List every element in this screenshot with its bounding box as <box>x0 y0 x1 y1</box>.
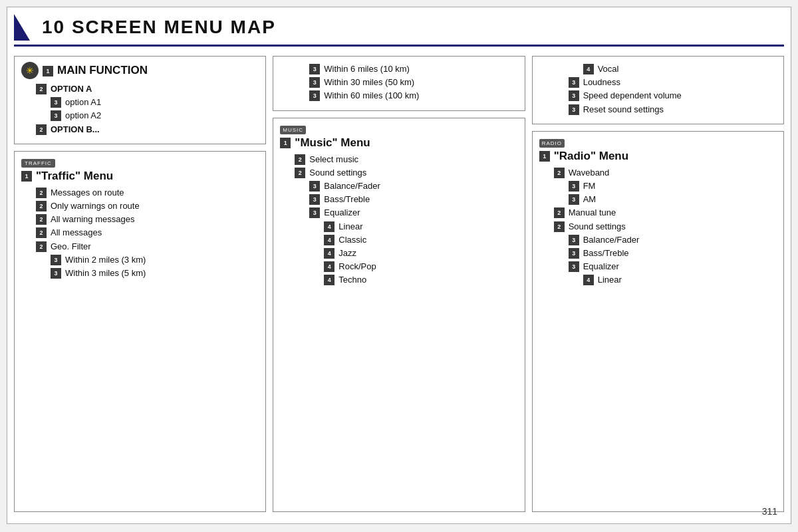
list-item: 3 FM <box>539 180 777 192</box>
header-slash-decoration <box>14 14 30 41</box>
list-item: 2 OPTION B... <box>21 124 259 136</box>
list-item: 4 Classic <box>280 234 517 246</box>
traffic-title-row: 1 "Traffic" Menu <box>21 170 259 183</box>
page: 10 SCREEN MENU MAP ✳ 1 MAIN FUNCTION 2 O… <box>7 7 791 524</box>
level-badge: 4 <box>324 235 334 245</box>
radio-icon: RADIO <box>539 139 565 148</box>
list-item: 3 Reset sound settings <box>539 104 777 116</box>
item-text: Balance/Fader <box>583 234 640 246</box>
item-text: Vocal <box>598 63 619 75</box>
column-2: 3 Within 6 miles (10 km) 3 Within 30 mil… <box>273 56 525 512</box>
traffic-icon-badge: TRAFFIC <box>21 157 55 167</box>
music-icon-badge: MUSIC <box>280 124 306 134</box>
level-badge: 3 <box>569 181 579 192</box>
level-badge-2: 2 <box>36 84 47 94</box>
item-text: option A2 <box>65 110 101 122</box>
level-badge-radio-1: 1 <box>539 151 550 162</box>
level-badge: 2 <box>295 154 305 165</box>
level-badge: 3 <box>309 77 320 88</box>
list-item: 3 Within 2 miles (3 km) <box>21 254 259 266</box>
page-title: 10 SCREEN MENU MAP <box>35 17 276 38</box>
list-item: 4 Techno <box>280 274 517 286</box>
traffic-icon: TRAFFIC <box>21 159 55 168</box>
list-item: 2 Select music <box>280 154 517 166</box>
music-title-row: 1 "Music" Menu <box>280 136 517 150</box>
item-text: Reset sound settings <box>583 104 664 116</box>
item-text: Within 30 miles (50 km) <box>324 76 414 88</box>
music-menu-box: MUSIC 1 "Music" Menu 2 Select music 2 So… <box>273 118 525 512</box>
list-item: 2 Sound settings <box>280 167 517 179</box>
page-number: 311 <box>762 506 777 517</box>
list-item: 2 Only warnings on route <box>21 200 259 212</box>
level-badge-traffic-1: 1 <box>21 171 32 182</box>
item-text: AM <box>583 194 597 205</box>
item-text: Sound settings <box>569 221 626 233</box>
level-badge: 3 <box>569 261 579 272</box>
radio-title-row: 1 "Radio" Menu <box>539 150 777 163</box>
list-item: 3 Loudness <box>539 76 777 88</box>
level-badge: 3 <box>569 194 579 205</box>
main-function-box: ✳ 1 MAIN FUNCTION 2 OPTION A 3 option A1… <box>14 56 266 144</box>
item-text: Equalizer <box>324 207 360 219</box>
level-badge: 3 <box>569 90 579 101</box>
item-text: Within 2 miles (3 km) <box>65 254 146 266</box>
list-item: 4 Jazz <box>280 247 517 259</box>
item-text: OPTION B... <box>51 124 100 136</box>
level-badge-music-1: 1 <box>280 138 291 148</box>
level-badge: 3 <box>569 104 579 115</box>
level-badge: 3 <box>51 255 61 265</box>
list-item: 2 Messages on route <box>21 187 259 199</box>
item-text: FM <box>583 180 596 192</box>
level-badge-1: 1 <box>43 66 53 76</box>
level-badge: 2 <box>36 201 47 211</box>
list-item: 3 Equalizer <box>280 207 517 219</box>
item-text: Waveband <box>569 167 610 179</box>
item-text: Classic <box>338 234 366 246</box>
item-text: Bass/Treble <box>583 247 629 259</box>
level-badge: 3 <box>309 194 320 205</box>
list-item: 3 Within 30 miles (50 km) <box>280 76 517 88</box>
level-badge: 2 <box>36 214 47 225</box>
level-badge: 4 <box>583 275 594 285</box>
radio-menu-box: RADIO 1 "Radio" Menu 2 Waveband 3 FM 3 A… <box>532 131 784 512</box>
list-item: 3 Balance/Fader <box>280 180 517 192</box>
level-badge: 4 <box>324 275 334 285</box>
list-item: 2 All warning messages <box>21 213 259 225</box>
item-text: Manual tune <box>569 207 616 219</box>
item-text: Rock/Pop <box>338 261 376 273</box>
radio-icon-badge: RADIO <box>539 137 565 147</box>
item-text: option A1 <box>65 96 101 108</box>
item-text: Techno <box>338 274 366 286</box>
item-text: OPTION A <box>51 83 92 95</box>
level-badge: 3 <box>309 64 320 74</box>
list-item: 3 Bass/Treble <box>280 194 517 205</box>
level-badge: 4 <box>583 64 594 74</box>
list-item: 4 Vocal <box>539 63 777 75</box>
list-item: 3 Balance/Fader <box>539 234 777 246</box>
item-text: Linear <box>338 221 362 233</box>
item-text: Bass/Treble <box>324 194 370 205</box>
main-function-title-row: ✳ 1 MAIN FUNCTION <box>21 62 259 79</box>
content-columns: ✳ 1 MAIN FUNCTION 2 OPTION A 3 option A1… <box>14 56 784 512</box>
level-badge-3: 3 <box>51 97 61 108</box>
item-text: Balance/Fader <box>324 180 380 192</box>
list-item: 2 OPTION A <box>21 83 259 95</box>
item-text: Linear <box>598 274 622 286</box>
level-badge: 3 <box>569 235 579 245</box>
item-text: Within 3 miles (5 km) <box>65 267 146 279</box>
level-badge: 3 <box>569 77 579 88</box>
column-1: ✳ 1 MAIN FUNCTION 2 OPTION A 3 option A1… <box>14 56 266 512</box>
level-badge: 2 <box>554 168 565 178</box>
traffic-menu-title: "Traffic" Menu <box>36 170 113 183</box>
level-badge: 3 <box>51 268 61 279</box>
list-item: 3 Speed dependent volume <box>539 90 777 102</box>
level-badge: 2 <box>36 227 47 238</box>
list-item: 2 Sound settings <box>539 221 777 233</box>
main-function-title: MAIN FUNCTION <box>57 64 148 77</box>
list-item: 4 Linear <box>280 221 517 233</box>
level-badge: 2 <box>554 207 565 218</box>
list-item: 2 Geo. Filter <box>21 241 259 253</box>
traffic-menu-box: TRAFFIC 1 "Traffic" Menu 2 Messages on r… <box>14 151 266 512</box>
level-badge: 2 <box>554 221 565 232</box>
level-badge: 2 <box>36 241 47 252</box>
